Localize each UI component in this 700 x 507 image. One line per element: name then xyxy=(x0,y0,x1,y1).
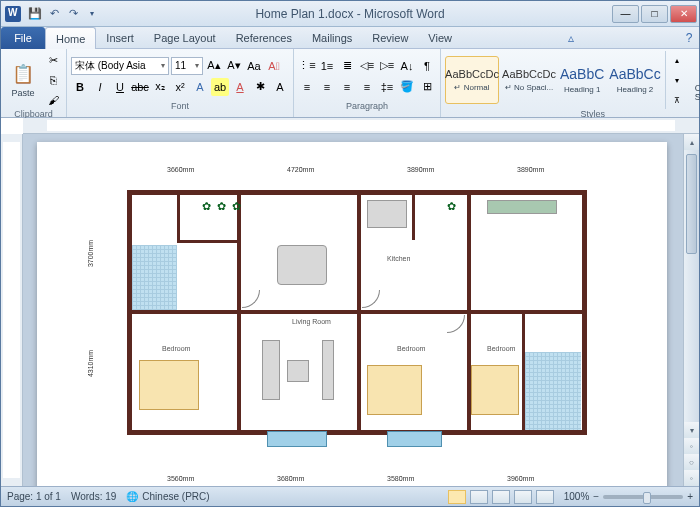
word-count[interactable]: Words: 19 xyxy=(71,491,116,502)
strike-icon[interactable]: abc xyxy=(131,78,149,96)
window xyxy=(267,431,327,447)
zoom-slider[interactable] xyxy=(603,495,683,499)
style-scroll-up-icon[interactable]: ▴ xyxy=(668,51,686,69)
maximize-button[interactable]: □ xyxy=(641,5,668,23)
save-icon[interactable]: 💾 xyxy=(27,6,43,22)
help-icon[interactable]: ? xyxy=(679,27,699,48)
close-button[interactable]: ✕ xyxy=(670,5,697,23)
justify-icon[interactable]: ≡ xyxy=(358,78,376,96)
room-label: Bedroom xyxy=(397,345,425,352)
tab-insert[interactable]: Insert xyxy=(96,27,144,49)
print-layout-icon[interactable] xyxy=(448,490,466,504)
highlight-icon[interactable]: ab xyxy=(211,78,229,96)
text-effects-icon[interactable]: A xyxy=(191,78,209,96)
undo-icon[interactable]: ↶ xyxy=(46,6,62,22)
font-color-icon[interactable]: A xyxy=(231,78,249,96)
sort-icon[interactable]: A↓ xyxy=(398,57,416,75)
inc-indent-icon[interactable]: ▷≡ xyxy=(378,57,396,75)
phonetic-icon[interactable]: ✱ xyxy=(251,78,269,96)
scroll-up-icon[interactable]: ▴ xyxy=(684,134,699,150)
web-layout-icon[interactable] xyxy=(492,490,510,504)
coffee-table xyxy=(287,360,309,382)
prev-page-icon[interactable]: ◦ xyxy=(684,438,699,454)
wall xyxy=(357,310,361,434)
draft-icon[interactable] xyxy=(536,490,554,504)
zoom-level[interactable]: 100% xyxy=(564,491,590,502)
align-center-icon[interactable]: ≡ xyxy=(318,78,336,96)
outline-icon[interactable] xyxy=(514,490,532,504)
wall xyxy=(237,310,241,434)
scroll-track[interactable] xyxy=(684,150,699,422)
italic-icon[interactable]: I xyxy=(91,78,109,96)
tab-home[interactable]: Home xyxy=(45,27,96,49)
ribbon-minimize-icon[interactable]: ▵ xyxy=(561,27,581,48)
shading-icon[interactable]: 🪣 xyxy=(398,78,416,96)
grow-font-icon[interactable]: A▴ xyxy=(205,57,223,75)
style-normal[interactable]: AaBbCcDc ↵ Normal xyxy=(445,56,499,104)
show-marks-icon[interactable]: ¶ xyxy=(418,57,436,75)
room-label: Living Room xyxy=(292,318,331,325)
quick-access-toolbar: 💾 ↶ ↷ ▾ xyxy=(27,6,100,22)
bullets-icon[interactable]: ⋮≡ xyxy=(298,57,316,75)
minimize-button[interactable]: — xyxy=(612,5,639,23)
zoom-out-icon[interactable]: − xyxy=(593,491,599,502)
kitchen-counter xyxy=(487,200,557,214)
tab-mailings[interactable]: Mailings xyxy=(302,27,362,49)
style-scroll-down-icon[interactable]: ▾ xyxy=(668,71,686,89)
dec-indent-icon[interactable]: ◁≡ xyxy=(358,57,376,75)
document-area: 3660mm 4720mm 3890mm 3890mm 3560mm 3680m… xyxy=(1,134,699,486)
next-page-icon[interactable]: ◦ xyxy=(684,470,699,486)
language-indicator[interactable]: 🌐Chinese (PRC) xyxy=(126,491,209,502)
scroll-thumb[interactable] xyxy=(686,154,697,254)
superscript-icon[interactable]: x² xyxy=(171,78,189,96)
subscript-icon[interactable]: x₂ xyxy=(151,78,169,96)
fullscreen-reading-icon[interactable] xyxy=(470,490,488,504)
change-case-icon[interactable]: Aa xyxy=(245,57,263,75)
browse-icon[interactable]: ○ xyxy=(684,454,699,470)
change-styles-button[interactable]: Ꭿ Change Styles xyxy=(689,56,700,104)
copy-icon[interactable]: ⎘ xyxy=(44,71,62,89)
vertical-scrollbar[interactable]: ▴ ▾ ◦ ○ ◦ xyxy=(683,134,699,486)
font-family-combo[interactable]: 宋体 (Body Asia▾ xyxy=(71,57,169,75)
tab-file[interactable]: File xyxy=(1,27,45,49)
borders-icon[interactable]: ⊞ xyxy=(418,78,436,96)
style-heading2[interactable]: AaBbCc Heading 2 xyxy=(608,56,661,104)
underline-icon[interactable]: U xyxy=(111,78,129,96)
tab-review[interactable]: Review xyxy=(362,27,418,49)
floorplan-drawing[interactable]: 3660mm 4720mm 3890mm 3890mm 3560mm 3680m… xyxy=(67,160,637,484)
numbering-icon[interactable]: 1≡ xyxy=(318,57,336,75)
cut-icon[interactable]: ✂ xyxy=(44,51,62,69)
align-right-icon[interactable]: ≡ xyxy=(338,78,356,96)
format-painter-icon[interactable]: 🖌 xyxy=(44,91,62,109)
multilevel-icon[interactable]: ≣ xyxy=(338,57,356,75)
clear-format-icon[interactable]: A⃠ xyxy=(265,57,283,75)
line-spacing-icon[interactable]: ‡≡ xyxy=(378,78,396,96)
style-no-spacing[interactable]: AaBbCcDc ↵ No Spaci... xyxy=(502,56,556,104)
shrink-font-icon[interactable]: A▾ xyxy=(225,57,243,75)
style-expand-icon[interactable]: ⊼ xyxy=(668,91,686,109)
tab-references[interactable]: References xyxy=(226,27,302,49)
paste-button[interactable]: 📋 Paste xyxy=(5,60,41,100)
door xyxy=(362,290,380,308)
tab-view[interactable]: View xyxy=(418,27,462,49)
align-left-icon[interactable]: ≡ xyxy=(298,78,316,96)
scroll-down-icon[interactable]: ▾ xyxy=(684,422,699,438)
bold-icon[interactable]: B xyxy=(71,78,89,96)
vertical-ruler[interactable] xyxy=(1,134,23,486)
qat-dropdown-icon[interactable]: ▾ xyxy=(84,6,100,22)
paste-icon: 📋 xyxy=(11,62,35,86)
dim-bot-1: 3560mm xyxy=(167,475,194,482)
page-viewport[interactable]: 3660mm 4720mm 3890mm 3890mm 3560mm 3680m… xyxy=(23,134,683,486)
char-border-icon[interactable]: A xyxy=(271,78,289,96)
statusbar: Page: 1 of 1 Words: 19 🌐Chinese (PRC) 10… xyxy=(1,486,699,506)
horizontal-ruler[interactable] xyxy=(23,118,699,134)
wall xyxy=(357,190,361,314)
font-size-combo[interactable]: 11▾ xyxy=(171,57,203,75)
group-clipboard: 📋 Paste ✂ ⎘ 🖌 Clipboard xyxy=(1,49,67,117)
room-label: Kitchen xyxy=(387,255,410,262)
style-heading1[interactable]: AaBbC Heading 1 xyxy=(559,56,605,104)
zoom-in-icon[interactable]: + xyxy=(687,491,693,502)
page-count[interactable]: Page: 1 of 1 xyxy=(7,491,61,502)
tab-page-layout[interactable]: Page Layout xyxy=(144,27,226,49)
redo-icon[interactable]: ↷ xyxy=(65,6,81,22)
